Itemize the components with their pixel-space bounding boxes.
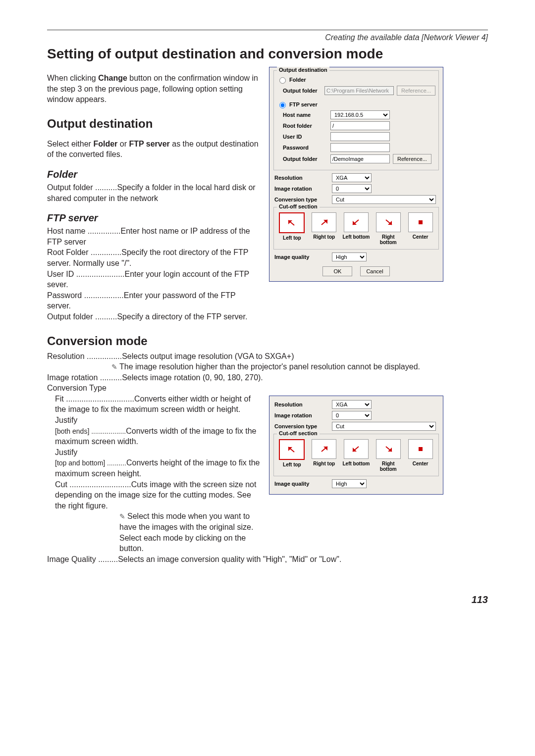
heading-ftp: FTP server	[47, 212, 260, 224]
radio-folder[interactable]: Folder	[277, 76, 306, 84]
output-para: Select either Folder or FTP server as th…	[47, 139, 260, 160]
label-ftp-output: Output folder	[277, 156, 327, 162]
input-root[interactable]	[330, 121, 390, 130]
def-rotation: Image rotation ..........Selects image r…	[47, 372, 488, 383]
def-desc: Selects an image conversion quality with…	[118, 555, 341, 563]
settings-dialog-partial: Resolution XGA Image rotation 0 Conversi…	[269, 396, 443, 495]
def-desc: Selects image rotation (0, 90, 180, 270)…	[122, 373, 263, 382]
page-number: 113	[47, 594, 488, 605]
select-rotation[interactable]: 0	[332, 411, 372, 420]
ok-button[interactable]: OK	[322, 266, 352, 276]
def-label: User ID ......................	[47, 270, 124, 278]
def-convtype: Conversion Type	[47, 383, 488, 394]
select-resolution[interactable]: XGA	[332, 400, 372, 409]
op-c: or	[117, 140, 129, 148]
select-convtype[interactable]: Cut	[332, 422, 436, 431]
cutoff-right-top[interactable]: Right top	[309, 212, 339, 245]
cutoff-label: Left top	[277, 462, 307, 467]
group-cutoff: Cut-off section	[277, 203, 320, 209]
cutoff-label: Center	[405, 234, 435, 240]
cutoff-left-top[interactable]: Left top	[277, 439, 307, 472]
def-label: Resolution ................	[47, 352, 122, 360]
input-folder-output[interactable]	[324, 86, 394, 95]
reference-button-ftp[interactable]: Reference...	[393, 154, 431, 164]
label-output-folder: Output folder	[277, 88, 321, 94]
def-host: Host name ...............Enter host name…	[47, 226, 260, 247]
def-outf: Output folder ..........Specify a direct…	[47, 311, 260, 322]
def-label: [both ends] ..................	[55, 427, 126, 435]
radio-folder-input[interactable]	[279, 77, 286, 84]
input-password[interactable]	[330, 143, 390, 152]
intro-b: Change	[98, 74, 127, 82]
note-cut: Select this mode when you want to have t…	[111, 511, 260, 554]
arrow-right-top-icon	[320, 219, 328, 226]
def-label: Cut ............................	[55, 480, 131, 489]
arrow-left-top-icon	[287, 446, 296, 453]
select-resolution[interactable]: XGA	[332, 173, 372, 182]
label-userid: User ID	[277, 134, 327, 140]
cutoff-center[interactable]: Center	[405, 212, 435, 245]
def-resolution: Resolution ................Selects outpu…	[47, 351, 488, 362]
def-justify2: Justify	[47, 447, 260, 458]
group-cutoff: Cut-off section	[277, 430, 320, 436]
def-cut: Cut ............................Cuts ima…	[47, 479, 260, 511]
radio-folder-label: Folder	[289, 77, 306, 83]
select-convtype[interactable]: Cut	[332, 195, 436, 204]
radio-ftp-input[interactable]	[279, 102, 286, 108]
cutoff-label: Left top	[277, 235, 307, 241]
label-password: Password	[277, 145, 327, 151]
label-resolution: Resolution	[274, 175, 329, 181]
intro-text: When clicking Change button on the confi…	[47, 73, 260, 105]
label-convtype: Conversion type	[274, 423, 329, 429]
cutoff-right-bottom[interactable]: Right bottom	[373, 439, 403, 472]
arrow-right-bottom-icon	[384, 219, 393, 226]
cutoff-center[interactable]: Center	[405, 439, 435, 472]
heading-output-destination: Output destination	[47, 117, 260, 131]
input-userid[interactable]	[330, 132, 390, 141]
cutoff-left-top[interactable]: Left top	[277, 212, 307, 245]
def-output-folder: Output folder ..........Specify a folder…	[47, 182, 260, 203]
def-label: Output folder ..........	[47, 312, 117, 321]
reference-button[interactable]: Reference...	[397, 86, 435, 96]
input-ftp-output[interactable]	[330, 154, 390, 163]
label-quality: Image quality	[274, 481, 329, 487]
cutoff-left-bottom[interactable]: Left bottom	[341, 212, 372, 245]
arrow-right-bottom-icon	[384, 446, 393, 453]
cutoff-label: Left bottom	[341, 234, 372, 240]
arrow-center-icon	[416, 446, 425, 453]
select-quality[interactable]: High	[332, 479, 367, 488]
def-justify1b: [both ends] ..................Converts w…	[47, 426, 260, 447]
svg-rect-17	[419, 447, 423, 451]
arrow-left-top-icon	[287, 219, 296, 226]
op-d: FTP server	[129, 140, 169, 148]
cutoff-left-bottom[interactable]: Left bottom	[341, 439, 372, 472]
select-host[interactable]: 192.168.0.5	[330, 110, 390, 119]
def-fit: Fit ...............................Conve…	[47, 394, 260, 415]
arrow-left-bottom-icon	[352, 219, 361, 226]
cancel-button[interactable]: Cancel	[360, 266, 390, 276]
label-root: Root folder	[277, 123, 327, 129]
cutoff-right-top[interactable]: Right top	[309, 439, 339, 472]
op-b: Folder	[93, 140, 117, 148]
cutoff-right-bottom[interactable]: Right bottom	[373, 212, 403, 245]
cutoff-label: Right top	[309, 234, 339, 240]
def-pass: Password ..................Enter your pa…	[47, 290, 260, 311]
select-rotation[interactable]: 0	[332, 184, 372, 193]
arrow-center-icon	[416, 219, 425, 226]
arrow-left-bottom-icon	[352, 446, 361, 453]
cutoff-label: Left bottom	[341, 461, 372, 466]
def-quality: Image Quality .........Selects an image …	[47, 554, 488, 565]
note-resolution: The image resolution higher than the pro…	[111, 361, 488, 372]
def-root: Root Folder ..............Specify the ro…	[47, 247, 260, 268]
label-quality: Image quality	[274, 254, 329, 260]
label-resolution: Resolution	[274, 402, 329, 407]
def-label: Password ..................	[47, 291, 124, 300]
radio-ftp[interactable]: FTP server	[277, 101, 318, 108]
def-label: Image Quality .........	[47, 555, 118, 563]
cutoff-label: Right top	[309, 461, 339, 466]
select-quality[interactable]: High	[332, 252, 367, 261]
settings-dialog: Output destination Folder Output folder …	[269, 67, 443, 282]
def-label: Host name ...............	[47, 227, 121, 235]
page-title: Setting of output destination and conver…	[47, 46, 488, 62]
cutoff-label: Center	[405, 461, 435, 466]
